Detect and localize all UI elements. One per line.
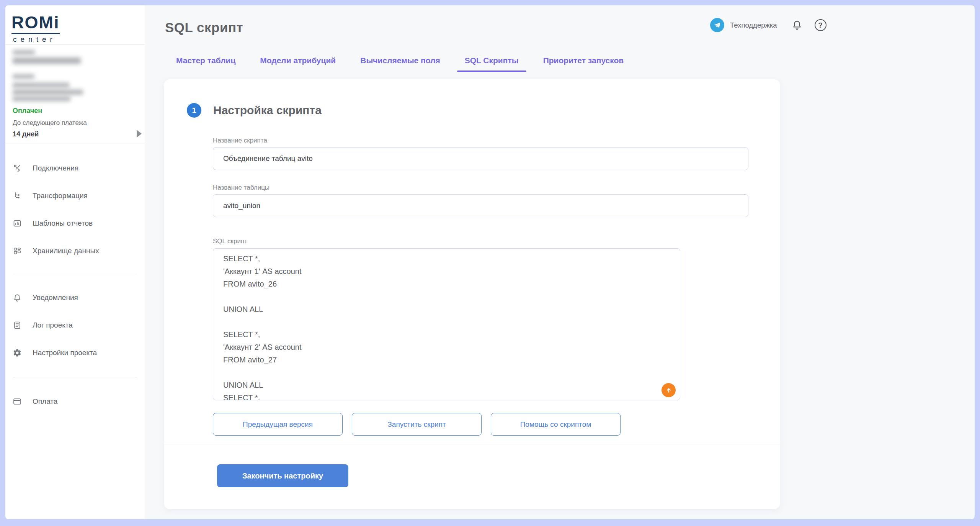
bell-icon: [13, 293, 22, 302]
sql-script-editor[interactable]: SELECT *, 'Аккаунт 1' AS account FROM av…: [213, 248, 680, 400]
sidebar-divider: [13, 377, 137, 377]
tab-attribution-models[interactable]: Модели атрибуций: [252, 53, 343, 72]
logo-title: ROMi: [11, 14, 60, 34]
run-script-button[interactable]: Запустить скрипт: [352, 413, 482, 436]
step-number-badge: 1: [187, 103, 201, 118]
next-payment-label: До следующего платежа: [13, 119, 137, 127]
blurred-plan-line-3: [13, 97, 70, 101]
topbar-actions: Техподдержка ?: [710, 18, 826, 32]
table-name-label: Название таблицы: [213, 184, 748, 192]
sidebar-item-label: Оплата: [33, 397, 57, 406]
sidebar-item-label: Лог проекта: [33, 321, 73, 329]
sidebar-item-label: Шаблоны отчетов: [33, 219, 93, 228]
script-actions: Предыдущая версия Запустить скрипт Помощ…: [213, 413, 748, 436]
next-payment-value: 14 дней: [13, 130, 137, 138]
arrow-up-icon: [665, 386, 673, 395]
gear-icon: [13, 348, 22, 357]
sidebar: ROMi center Оплачен До следующего платеж…: [5, 5, 145, 519]
sql-script-text[interactable]: SELECT *, 'Аккаунт 1' AS account FROM av…: [213, 249, 680, 400]
sidebar-item-label: Трансформация: [33, 192, 88, 200]
step-header: 1 Настройка скрипта: [187, 103, 322, 118]
notifications-bell-icon[interactable]: [791, 19, 803, 31]
account-panel: Оплачен До следующего платежа 14 дней: [5, 45, 145, 144]
app-window: ROMi center Оплачен До следующего платеж…: [5, 5, 975, 519]
sidebar-item-label: Уведомления: [33, 293, 78, 302]
logo-subtitle: center: [11, 35, 60, 44]
page-title: SQL скрипт: [165, 20, 243, 35]
blurred-account-label: [13, 50, 35, 54]
sidebar-item-label: Хранилище данных: [33, 247, 99, 255]
blurred-account-name: [13, 57, 81, 64]
sidebar-divider: [13, 274, 137, 274]
sidebar-item-project-settings[interactable]: Настройки проекта: [5, 339, 145, 367]
script-setup-card: 1 Настройка скрипта Название скрипта Наз…: [164, 79, 780, 509]
data-storage-icon: [13, 246, 22, 256]
support-label[interactable]: Техподдержка: [730, 21, 777, 29]
sidebar-item-notifications[interactable]: Уведомления: [5, 284, 145, 311]
connections-icon: [13, 164, 22, 173]
script-name-label: Название скрипта: [213, 137, 748, 144]
tab-table-master[interactable]: Мастер таблиц: [168, 53, 243, 72]
sidebar-item-payment[interactable]: Оплата: [5, 388, 145, 415]
log-icon: [13, 321, 22, 330]
sidebar-item-label: Настройки проекта: [33, 349, 97, 357]
help-glyph: ?: [818, 21, 823, 29]
sidebar-item-transformation[interactable]: Трансформация: [5, 182, 145, 210]
sidebar-item-project-log[interactable]: Лог проекта: [5, 311, 145, 339]
sidebar-menu: Подключения Трансформация: [5, 144, 145, 415]
blurred-plan-line-2: [13, 90, 83, 95]
transformation-icon: [13, 191, 22, 200]
sidebar-item-data-storage[interactable]: Хранилище данных: [5, 237, 145, 265]
sidebar-item-report-templates[interactable]: Шаблоны отчетов: [5, 210, 145, 237]
script-help-button[interactable]: Помощь со скриптом: [491, 413, 621, 436]
expand-account-arrow-icon[interactable]: [137, 130, 142, 138]
help-icon[interactable]: ?: [815, 19, 826, 31]
section-title: Настройка скрипта: [213, 104, 322, 117]
main-content: SQL скрипт Техподдержка ? Мастер таблиц …: [145, 5, 975, 519]
tab-calculated-fields[interactable]: Вычисляемые поля: [353, 53, 448, 72]
card-icon: [13, 397, 22, 406]
script-form: Название скрипта Название таблицы SQL ск…: [213, 137, 748, 436]
tab-launch-priority[interactable]: Приоритет запусков: [536, 53, 632, 72]
sidebar-item-label: Подключения: [33, 164, 78, 172]
blurred-plan-label: [13, 74, 34, 79]
tab-sql-scripts[interactable]: SQL Скрипты: [457, 53, 526, 72]
telegram-icon[interactable]: [710, 18, 724, 32]
romi-center-logo: ROMi center: [11, 14, 60, 44]
payment-status-badge: Оплачен: [13, 107, 137, 115]
report-templates-icon: [13, 219, 22, 228]
finish-setup-button[interactable]: Закончить настройку: [217, 464, 348, 487]
script-name-input[interactable]: [213, 147, 748, 170]
scroll-to-top-button[interactable]: [662, 383, 676, 397]
sql-script-label: SQL скрипт: [213, 238, 748, 245]
blurred-plan-line-1: [13, 83, 69, 87]
logo-block: ROMi center: [5, 5, 145, 45]
sidebar-item-connections[interactable]: Подключения: [5, 154, 145, 182]
previous-version-button[interactable]: Предыдущая версия: [213, 413, 343, 436]
table-name-input[interactable]: [213, 194, 748, 217]
card-divider: [164, 444, 780, 444]
tab-bar: Мастер таблиц Модели атрибуций Вычисляем…: [168, 53, 631, 72]
